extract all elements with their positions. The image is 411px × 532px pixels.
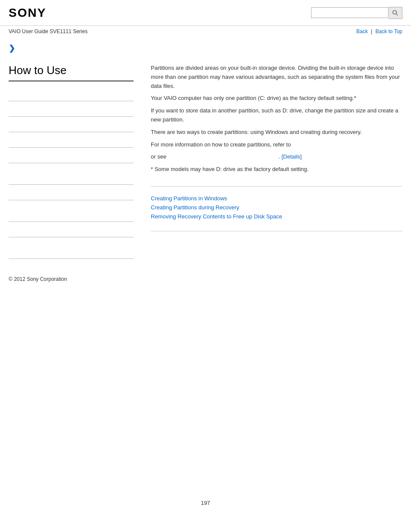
breadcrumb-arrow: ❯ [9, 44, 15, 53]
content-para-2: Your VAIO computer has only one partitio… [151, 94, 402, 103]
page-number: 197 [192, 491, 219, 515]
search-icon [392, 9, 399, 16]
content-para-3: If you want to store data in another par… [151, 106, 402, 124]
sidebar-item-8[interactable] [9, 200, 134, 222]
content-para-1: Partitions are divided areas on your bui… [151, 64, 402, 90]
sidebar-item-6[interactable] [9, 163, 134, 185]
search-container [311, 7, 402, 19]
back-to-top-link[interactable]: Back to Top [376, 28, 402, 34]
back-link[interactable]: Back [356, 28, 368, 34]
link-removing-recovery-contents[interactable]: Removing Recovery Contents to Free up Di… [151, 213, 402, 220]
sony-logo: SONY [9, 6, 46, 20]
header: SONY [0, 0, 411, 26]
search-input[interactable] [311, 7, 389, 18]
svg-line-1 [396, 13, 398, 15]
footer: © 2012 Sony Corporation [0, 268, 411, 291]
sidebar-item-1[interactable] [9, 86, 134, 101]
sub-header: VAIO User Guide SVE1111 Series Back | Ba… [0, 26, 411, 37]
content-area: Partitions are divided areas on your bui… [142, 64, 402, 259]
sidebar-item-3[interactable] [9, 117, 134, 132]
sidebar-title: How to Use [9, 64, 134, 81]
content-body: Partitions are divided areas on your bui… [151, 64, 402, 187]
breadcrumb: ❯ [0, 37, 411, 55]
sidebar-item-9[interactable] [9, 222, 134, 237]
para5-text: For more information on how to create pa… [151, 141, 291, 148]
links-section: Creating Partitions in Windows Creating … [151, 195, 402, 231]
para5-or-see: or see [151, 153, 166, 160]
content-para-5b: or see . [Details] [151, 152, 402, 162]
content-para-4: There are two ways to create partitions:… [151, 128, 402, 137]
nav-separator: | [371, 28, 374, 34]
sidebar: How to Use [9, 64, 142, 259]
sidebar-item-4[interactable] [9, 132, 134, 148]
search-button[interactable] [389, 7, 402, 19]
sidebar-item-10[interactable] [9, 237, 134, 259]
details-link[interactable]: [Details] [281, 153, 302, 160]
content-para-6: * Some models may have D: drive as the f… [151, 165, 402, 174]
link-creating-partitions-recovery[interactable]: Creating Partitions during Recovery [151, 204, 402, 211]
nav-links: Back | Back to Top [356, 28, 402, 34]
main-content: How to Use Partitions are divided areas … [0, 55, 411, 268]
content-para-5: For more information on how to create pa… [151, 140, 402, 149]
sidebar-item-7[interactable] [9, 185, 134, 200]
link-creating-partitions-windows[interactable]: Creating Partitions in Windows [151, 195, 402, 202]
copyright: © 2012 Sony Corporation [9, 276, 67, 282]
sidebar-item-5[interactable] [9, 148, 134, 163]
sidebar-item-2[interactable] [9, 101, 134, 117]
svg-point-0 [393, 10, 396, 14]
guide-title: VAIO User Guide SVE1111 Series [9, 28, 87, 34]
